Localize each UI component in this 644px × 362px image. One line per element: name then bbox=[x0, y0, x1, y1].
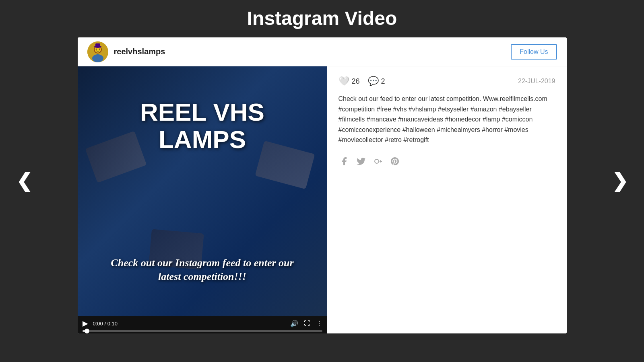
comment-group: 💬 2 bbox=[368, 76, 385, 86]
twitter-share-icon[interactable] bbox=[355, 156, 367, 167]
avatar bbox=[87, 41, 108, 62]
next-arrow-button[interactable]: ❯ bbox=[604, 167, 636, 195]
video-title-line2: LAMPS bbox=[78, 126, 327, 153]
like-group: 🤍 26 bbox=[339, 76, 360, 86]
follow-us-button[interactable]: Follow Us bbox=[511, 44, 557, 60]
controls-right: 🔊 ⛶ ⋮ bbox=[290, 320, 322, 327]
card-header: reelvhslamps Follow Us bbox=[78, 37, 567, 66]
meta-row: 🤍 26 💬 2 22-JUL-2019 bbox=[339, 76, 555, 86]
likes-comments: 🤍 26 💬 2 bbox=[339, 76, 385, 86]
video-section: REEL VHS LAMPS Check out our Instagram f… bbox=[78, 66, 327, 333]
comments-count: 2 bbox=[381, 77, 385, 86]
info-section: 🤍 26 💬 2 22-JUL-2019 Check out our feed … bbox=[327, 66, 567, 333]
video-display: REEL VHS LAMPS Check out our Instagram f… bbox=[78, 66, 327, 316]
video-controls-bar: ▶ 0:00 / 0:10 🔊 ⛶ ⋮ bbox=[78, 316, 327, 333]
svg-rect-7 bbox=[95, 43, 100, 47]
video-time: 0:00 / 0:10 bbox=[93, 321, 118, 327]
svg-point-8 bbox=[92, 54, 103, 62]
more-options-icon[interactable]: ⋮ bbox=[316, 320, 322, 327]
post-caption: Check out our feed to enter our latest c… bbox=[339, 94, 555, 145]
prev-arrow-button[interactable]: ❮ bbox=[8, 167, 40, 195]
video-title-overlay: REEL VHS LAMPS bbox=[78, 99, 327, 153]
comment-icon[interactable]: 💬 bbox=[368, 76, 379, 86]
play-button[interactable]: ▶ bbox=[83, 319, 88, 328]
progress-dot bbox=[85, 329, 89, 333]
facebook-share-icon[interactable] bbox=[339, 156, 350, 167]
video-title-line1: REEL VHS bbox=[78, 99, 327, 126]
card-body: REEL VHS LAMPS Check out our Instagram f… bbox=[78, 66, 567, 333]
svg-point-5 bbox=[99, 48, 100, 49]
svg-point-4 bbox=[95, 48, 97, 49]
video-subtitle-overlay: Check out our Instagram feed to enter ou… bbox=[102, 256, 303, 284]
fullscreen-icon[interactable]: ⛶ bbox=[304, 320, 310, 327]
post-date: 22-JUL-2019 bbox=[518, 78, 555, 85]
googleplus-share-icon[interactable] bbox=[372, 156, 384, 167]
pinterest-share-icon[interactable] bbox=[389, 156, 400, 167]
heart-icon[interactable]: 🤍 bbox=[339, 76, 349, 86]
volume-icon[interactable]: 🔊 bbox=[290, 320, 298, 327]
likes-count: 26 bbox=[352, 77, 360, 86]
social-share-icons bbox=[339, 156, 555, 167]
avatar-image bbox=[87, 41, 108, 62]
svg-point-9 bbox=[375, 159, 379, 163]
video-progress-bar[interactable] bbox=[83, 330, 322, 332]
username-label: reelvhslamps bbox=[114, 47, 511, 56]
page-title: Instagram Video bbox=[0, 0, 644, 37]
controls-row: ▶ 0:00 / 0:10 🔊 ⛶ ⋮ bbox=[83, 319, 322, 328]
instagram-card: reelvhslamps Follow Us REEL VHS LAMPS Ch… bbox=[78, 37, 567, 333]
